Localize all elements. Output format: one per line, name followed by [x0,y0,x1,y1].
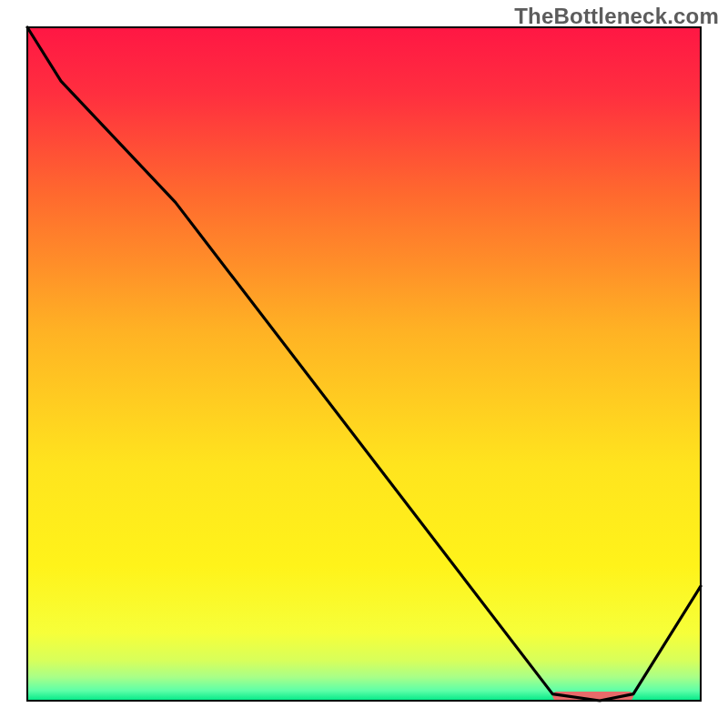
bottleneck-chart [0,0,728,728]
chart-frame: TheBottleneck.com [0,0,728,728]
watermark-text: TheBottleneck.com [514,4,719,29]
plot-background [27,27,701,701]
